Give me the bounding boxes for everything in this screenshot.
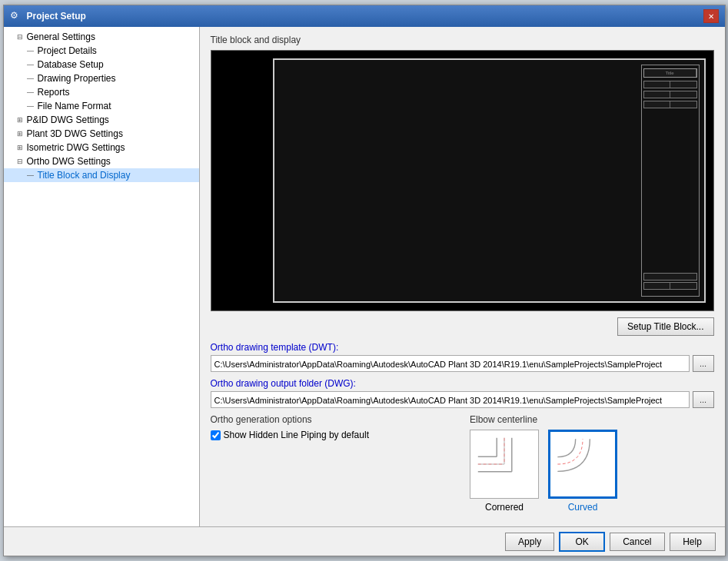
ortho-output-input[interactable]: C:\Users\Administrator\AppData\Roaming\A…	[211, 391, 690, 408]
line-icon: —	[25, 73, 36, 84]
ortho-output-browse-button[interactable]: ...	[693, 391, 714, 408]
titlebar-left: ⚙ Project Setup	[10, 10, 86, 22]
apply-button[interactable]: Apply	[505, 533, 554, 551]
drawing-canvas: Title	[273, 58, 706, 303]
sidebar-item-ortho-dwg[interactable]: ⊟ Ortho DWG Settings	[4, 154, 199, 168]
footer: Apply OK Cancel Help	[4, 526, 725, 556]
elbow-option-curved: Curved	[548, 430, 617, 513]
sidebar-label-pid-dwg: P&ID DWG Settings	[27, 115, 109, 125]
sidebar-item-isometric-dwg[interactable]: ⊞ Isometric DWG Settings	[4, 141, 199, 154]
ortho-template-group: Ortho drawing template (DWT): C:\Users\A…	[211, 342, 714, 372]
sidebar-item-file-name-format[interactable]: — File Name Format	[4, 99, 199, 113]
sidebar-item-general-settings[interactable]: ⊟ General Settings	[4, 30, 199, 44]
ortho-output-row: C:\Users\Administrator\AppData\Roaming\A…	[211, 391, 714, 408]
sidebar-label-reports: Reports	[38, 87, 70, 98]
sidebar-label-drawing-properties: Drawing Properties	[38, 73, 116, 84]
expand-icon: ⊞	[15, 115, 25, 125]
help-button[interactable]: Help	[670, 533, 716, 551]
titlebar: ⚙ Project Setup ✕	[4, 5, 725, 27]
sidebar-label-database-setup: Database Setup	[38, 59, 104, 70]
sidebar: ⊟ General Settings — Project Details — D…	[4, 27, 200, 526]
project-setup-window: ⚙ Project Setup ✕ ⊟ General Settings — P…	[3, 5, 726, 556]
elbow-cornered-label: Cornered	[470, 502, 539, 513]
ortho-template-row: C:\Users\Administrator\AppData\Roaming\A…	[211, 355, 714, 372]
elbow-curved-box[interactable]	[548, 430, 617, 499]
sidebar-item-drawing-properties[interactable]: — Drawing Properties	[4, 71, 199, 85]
sidebar-item-pid-dwg[interactable]: ⊞ P&ID DWG Settings	[4, 113, 199, 127]
main-panel: Title block and display Title	[200, 27, 725, 526]
section-title: Title block and display	[211, 35, 714, 45]
elbow-cornered-box[interactable]	[470, 430, 539, 499]
main-content: ⊟ General Settings — Project Details — D…	[4, 27, 725, 526]
elbow-options: Cornered	[470, 430, 714, 513]
expand-icon: ⊞	[15, 128, 25, 139]
ortho-gen-options-title: Ortho generation options	[211, 414, 455, 425]
sidebar-label-general-settings: General Settings	[27, 32, 95, 42]
ortho-template-label: Ortho drawing template (DWT):	[211, 342, 714, 353]
sidebar-label-project-details: Project Details	[38, 45, 97, 56]
sidebar-label-title-block: Title Block and Display	[38, 170, 131, 181]
ok-button[interactable]: OK	[559, 532, 605, 552]
cornered-elbow-svg	[470, 430, 538, 498]
sidebar-label-plant3d-dwg: Plant 3D DWG Settings	[27, 128, 123, 139]
line-icon: —	[25, 45, 36, 56]
close-button[interactable]: ✕	[703, 9, 719, 23]
sidebar-item-database-setup[interactable]: — Database Setup	[4, 58, 199, 71]
ortho-output-label: Ortho drawing output folder (DWG):	[211, 378, 714, 389]
sidebar-label-file-name-format: File Name Format	[38, 101, 111, 111]
cancel-button[interactable]: Cancel	[610, 533, 664, 551]
sidebar-item-plant3d-dwg[interactable]: ⊞ Plant 3D DWG Settings	[4, 127, 199, 141]
elbow-centerline-col: Elbow centerline	[470, 414, 714, 513]
ortho-gen-options: Ortho generation options Show Hidden Lin…	[211, 414, 455, 513]
elbow-option-cornered: Cornered	[470, 430, 539, 513]
sidebar-label-ortho-dwg: Ortho DWG Settings	[27, 156, 111, 167]
show-hidden-line-checkbox[interactable]	[211, 430, 221, 440]
elbow-curved-label: Curved	[548, 502, 617, 513]
elbow-centerline-title: Elbow centerline	[470, 414, 714, 425]
expand-icon: ⊟	[15, 32, 25, 42]
line-icon: —	[25, 59, 36, 70]
sidebar-item-reports[interactable]: — Reports	[4, 85, 199, 99]
line-icon: —	[25, 170, 36, 181]
show-hidden-line-row: Show Hidden Line Piping by default	[211, 430, 455, 440]
setup-btn-row: Setup Title Block...	[211, 317, 714, 336]
drawing-preview-area: Title	[211, 50, 714, 311]
ortho-template-browse-button[interactable]: ...	[693, 355, 714, 372]
app-icon: ⚙	[10, 10, 22, 22]
line-icon: —	[25, 101, 36, 111]
line-icon: —	[25, 87, 36, 98]
expand-icon: ⊟	[15, 156, 25, 167]
window-title: Project Setup	[27, 11, 86, 22]
sidebar-item-project-details[interactable]: — Project Details	[4, 44, 199, 58]
setup-title-block-button[interactable]: Setup Title Block...	[617, 317, 713, 336]
sidebar-item-title-block[interactable]: — Title Block and Display	[4, 168, 199, 182]
ortho-output-group: Ortho drawing output folder (DWG): C:\Us…	[211, 378, 714, 408]
expand-icon: ⊞	[15, 142, 25, 153]
titlebar-controls: ✕	[703, 9, 719, 23]
options-row: Ortho generation options Show Hidden Lin…	[211, 414, 714, 513]
ortho-template-input[interactable]: C:\Users\Administrator\AppData\Roaming\A…	[211, 355, 690, 372]
show-hidden-line-label: Show Hidden Line Piping by default	[224, 430, 369, 440]
sidebar-label-isometric-dwg: Isometric DWG Settings	[27, 142, 125, 153]
curved-elbow-svg	[550, 432, 615, 496]
